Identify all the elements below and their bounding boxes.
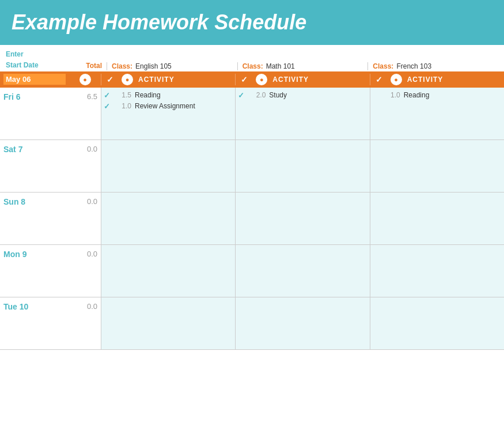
day-label: Fri 6 — [0, 88, 69, 139]
class-col-1 — [235, 245, 369, 297]
activity-label-3: ACTIVITY — [405, 76, 504, 84]
class-col-1 — [235, 140, 369, 192]
activity-name: Review Assignment — [135, 102, 195, 110]
page-title: Example Homework Schedule — [12, 10, 492, 35]
day-total: 0.0 — [69, 297, 101, 349]
clock-cell-3: ● — [388, 74, 405, 85]
start-date-input[interactable] — [3, 74, 66, 85]
checkmark-icon-1: ✓ — [107, 75, 113, 84]
activity-entry: ✓2.0Study — [238, 91, 367, 100]
day-total: 6.5 — [69, 88, 101, 139]
activity-name: Reading — [404, 91, 430, 99]
activity-check-icon: ✓ — [104, 91, 115, 100]
class-2-header: Class: Math 101 — [237, 62, 368, 70]
col-group-2: ✓ ● ACTIVITY — [235, 74, 369, 85]
day-label: Sun 8 — [0, 193, 69, 244]
total-header: Total — [75, 60, 107, 70]
class-1-label: Class: — [112, 62, 132, 70]
class-col-2 — [370, 297, 504, 349]
activity-hours: 1.0 — [115, 102, 131, 110]
clock-cell-2: ● — [253, 74, 270, 85]
class-2-name: Math 101 — [266, 62, 295, 70]
activity-name: Study — [269, 91, 287, 99]
activity-entry: ✓1.0Review Assignment — [104, 102, 233, 111]
activity-hours: 2.0 — [249, 91, 266, 99]
total-circle-icon: ● — [79, 74, 91, 85]
checkmark-icon-2: ✓ — [241, 75, 248, 84]
class-col-2: 1.0Reading — [370, 88, 504, 139]
enter-start-date-label: Enter Start Date — [6, 48, 75, 70]
activity-label-1: ACTIVITY — [136, 76, 235, 84]
class-col-0 — [101, 193, 235, 244]
check-cell-3: ✓ — [370, 75, 388, 84]
class-1-name: English 105 — [135, 62, 172, 70]
page-header: Example Homework Schedule — [0, 0, 504, 45]
checkmark-icon-3: ✓ — [376, 75, 382, 84]
day-total: 0.0 — [69, 140, 101, 192]
class-3-label: Class: — [373, 62, 393, 70]
activity-hours: 1.0 — [384, 91, 400, 99]
activity-label-2: ACTIVITY — [270, 76, 369, 84]
class-col-0 — [101, 245, 235, 297]
day-total: 0.0 — [69, 193, 101, 244]
class-col-2 — [370, 193, 504, 244]
day-label: Sat 7 — [0, 140, 69, 192]
class-headers-row: Class: English 105 Class: Math 101 Class… — [107, 62, 498, 70]
check-cell-1: ✓ — [101, 75, 119, 84]
day-label: Tue 10 — [0, 297, 69, 349]
day-total: 0.0 — [69, 245, 101, 297]
class-col-2 — [370, 140, 504, 192]
activity-name: Reading — [135, 91, 161, 99]
clock-icon-1: ● — [122, 74, 133, 85]
clock-icon-3: ● — [391, 74, 402, 85]
class-col-1 — [235, 193, 369, 244]
activity-entry: ✓1.5Reading — [104, 91, 233, 100]
class-col-0 — [101, 297, 235, 349]
day-row: Fri 66.5✓1.5Reading✓1.0Review Assignment… — [0, 88, 504, 140]
clock-cell-1: ● — [119, 74, 136, 85]
day-row: Tue 100.0 — [0, 297, 504, 350]
total-icon-cell: ● — [69, 74, 101, 85]
class-col-1: ✓2.0Study — [235, 88, 369, 139]
day-row: Sun 80.0 — [0, 193, 504, 245]
col-group-3: ✓ ● ACTIVITY — [370, 74, 504, 85]
activity-entry: 1.0Reading — [373, 91, 502, 99]
orange-bar-row: ● ✓ ● ACTIVITY ✓ ● ACTIVITY ✓ — [0, 71, 504, 88]
class-col-0: ✓1.5Reading✓1.0Review Assignment — [101, 88, 235, 139]
day-rows-container: Fri 66.5✓1.5Reading✓1.0Review Assignment… — [0, 88, 504, 350]
date-input-cell[interactable] — [0, 74, 69, 85]
class-1-header: Class: English 105 — [107, 62, 237, 70]
check-cell-2: ✓ — [236, 75, 253, 84]
activity-check-icon: ✓ — [104, 102, 115, 111]
clock-icon-2: ● — [256, 74, 267, 85]
schedule-container: Enter Start Date Total Class: English 10… — [0, 45, 504, 350]
class-col-2 — [370, 245, 504, 297]
class-3-name: French 103 — [396, 62, 431, 70]
day-row: Mon 90.0 — [0, 245, 504, 297]
col-group-1: ✓ ● ACTIVITY — [101, 74, 235, 85]
activity-hours: 1.5 — [115, 91, 131, 99]
day-label: Mon 9 — [0, 245, 69, 297]
class-3-header: Class: French 103 — [367, 62, 498, 70]
class-col-1 — [235, 297, 369, 349]
activity-check-icon: ✓ — [238, 91, 249, 100]
day-row: Sat 70.0 — [0, 140, 504, 193]
class-col-0 — [101, 140, 235, 192]
class-2-label: Class: — [242, 62, 263, 70]
